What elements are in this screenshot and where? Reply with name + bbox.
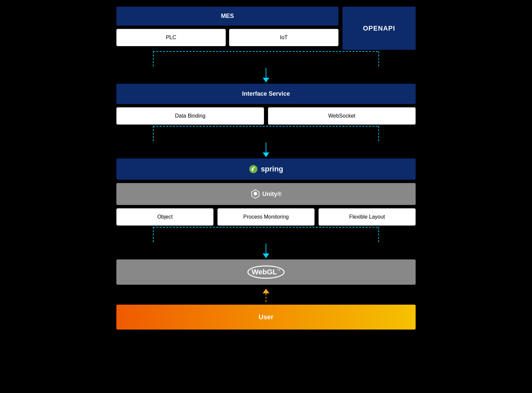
- data-binding-box: Data Binding: [116, 107, 264, 125]
- connector-2: [116, 126, 416, 157]
- plc-label: PLC: [166, 35, 176, 40]
- interface-service-bar: Interface Service: [116, 84, 416, 104]
- svg-marker-2: [254, 192, 257, 196]
- connector-3: [116, 227, 416, 258]
- plc-box: PLC: [116, 29, 226, 46]
- user-bar: User: [116, 305, 416, 330]
- cyan-line-3: [266, 244, 266, 253]
- arrow-down-2: [263, 152, 269, 157]
- webgl-tm: ™: [277, 269, 280, 272]
- openapi-label: OPENAPI: [363, 25, 395, 32]
- webgl-bar: WebGL™: [116, 259, 416, 285]
- top-row: MES PLC IoT OPENAPI: [116, 7, 416, 50]
- h-line-top-1: [153, 51, 379, 52]
- websocket-box: WebSocket: [268, 107, 416, 125]
- object-label: Object: [157, 214, 173, 220]
- dashed-box-1: [153, 51, 379, 68]
- object-box: Object: [116, 208, 213, 226]
- h-line-top-2: [153, 126, 379, 127]
- spring-icon: [249, 164, 258, 174]
- v-line-left-3: [153, 227, 154, 244]
- unity-sub-row: Object Process Monitoring Flexible Layou…: [116, 208, 416, 226]
- v-line-left-1: [153, 51, 154, 68]
- mes-label: MES: [221, 13, 234, 19]
- connector-orange: [116, 286, 416, 303]
- cyan-line-2: [266, 143, 266, 152]
- arrow-down-1: [263, 78, 269, 82]
- unity-icon: [250, 189, 260, 199]
- openapi-box: OPENAPI: [342, 7, 416, 50]
- iot-label: IoT: [280, 35, 288, 40]
- h-line-top-3: [153, 227, 379, 228]
- data-binding-label: Data Binding: [175, 113, 205, 119]
- mes-group: MES PLC IoT: [116, 7, 338, 46]
- user-label: User: [259, 313, 273, 321]
- interface-service-label: Interface Service: [242, 90, 290, 97]
- dashed-box-3: [153, 227, 379, 244]
- arrow-down-3: [263, 253, 269, 258]
- orange-dashed-line: [266, 293, 266, 303]
- websocket-label: WebSocket: [328, 113, 355, 119]
- architecture-diagram: MES PLC IoT OPENAPI Interface Service: [116, 7, 416, 330]
- v-line-right-1: [378, 51, 379, 68]
- mes-sub-row: PLC IoT: [116, 29, 338, 46]
- process-monitoring-box: Process Monitoring: [217, 208, 315, 226]
- connector-1: [116, 51, 416, 82]
- unity-bar: Unity®: [116, 183, 416, 205]
- unity-label: Unity®: [262, 191, 282, 198]
- process-monitoring-label: Process Monitoring: [243, 214, 289, 220]
- mes-box: MES: [116, 7, 338, 26]
- dashed-box-2: [153, 126, 379, 143]
- flexible-layout-label: Flexible Layout: [349, 214, 385, 220]
- arrow-up-orange: [263, 289, 269, 293]
- spring-bar: spring: [116, 158, 416, 180]
- webgl-logo: WebGL™: [247, 265, 285, 279]
- webgl-label: WebGL: [252, 268, 277, 276]
- v-line-right-3: [378, 227, 379, 244]
- flexible-layout-box: Flexible Layout: [319, 208, 416, 226]
- v-line-right-2: [378, 126, 379, 143]
- iot-box: IoT: [229, 29, 338, 46]
- v-line-left-2: [153, 126, 154, 143]
- cyan-line-1: [266, 68, 266, 78]
- spring-label: spring: [261, 165, 283, 173]
- interface-sub-row: Data Binding WebSocket: [116, 107, 416, 125]
